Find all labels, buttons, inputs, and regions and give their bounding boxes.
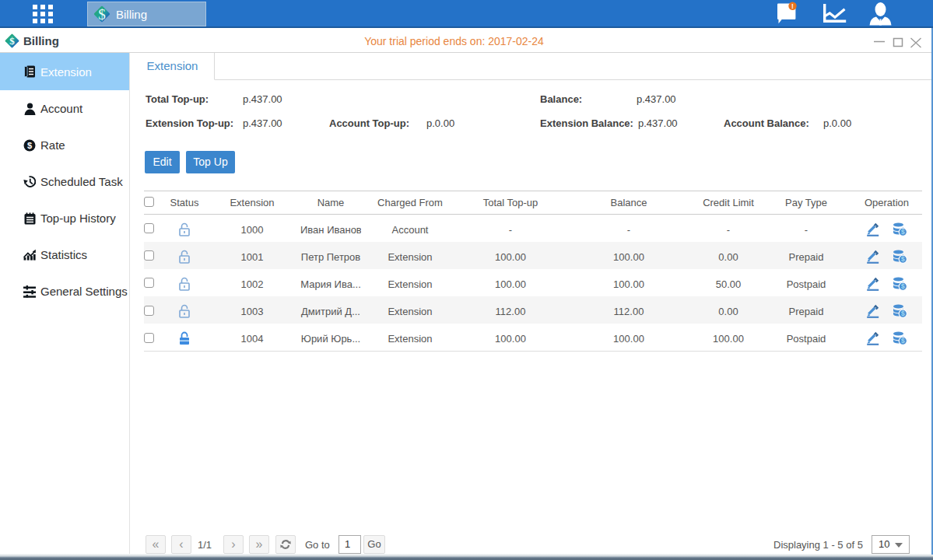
svg-text:$: $ <box>901 310 905 318</box>
svg-text:$: $ <box>98 6 106 23</box>
svg-text:$: $ <box>901 255 905 263</box>
svg-text:$: $ <box>27 141 32 150</box>
svg-text:!: ! <box>791 2 794 10</box>
svg-text:$: $ <box>901 337 905 345</box>
svg-text:$: $ <box>901 282 905 290</box>
svg-text:$: $ <box>901 228 905 236</box>
